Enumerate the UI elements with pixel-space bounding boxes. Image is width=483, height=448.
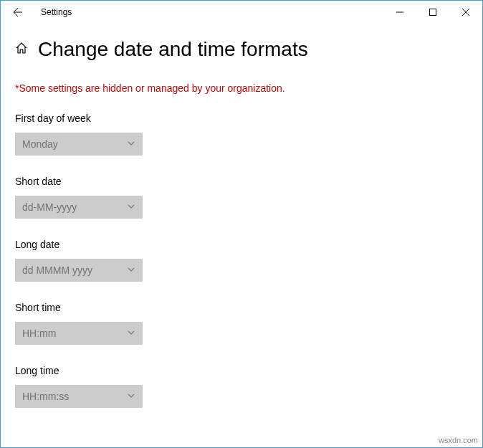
home-button[interactable] (15, 42, 28, 57)
org-warning: *Some settings are hidden or managed by … (15, 82, 468, 94)
long-date-label: Long date (15, 239, 468, 250)
maximize-button[interactable] (416, 1, 449, 24)
short-date-value: dd-MM-yyyy (22, 201, 77, 213)
long-date-value: dd MMMM yyyy (22, 264, 92, 276)
short-time-dropdown[interactable]: HH:mm (15, 322, 143, 345)
minimize-icon (396, 9, 403, 16)
short-date-dropdown[interactable]: dd-MM-yyyy (15, 196, 143, 219)
short-date-label: Short date (15, 176, 468, 187)
first-day-of-week-label: First day of week (15, 113, 468, 124)
close-button[interactable] (449, 1, 482, 24)
first-day-of-week-value: Monday (22, 138, 58, 150)
heading-row: Change date and time formats (15, 38, 468, 61)
svg-rect-0 (430, 9, 436, 16)
maximize-icon (429, 9, 436, 16)
long-date-dropdown[interactable]: dd MMMM yyyy (15, 259, 143, 282)
content-area: Change date and time formats *Some setti… (1, 24, 482, 408)
first-day-of-week-dropdown[interactable]: Monday (15, 133, 143, 156)
arrow-left-icon (12, 6, 24, 18)
window-title: Settings (41, 7, 72, 17)
long-time-dropdown[interactable]: HH:mm:ss (15, 385, 143, 408)
page-title: Change date and time formats (38, 38, 308, 61)
watermark: wsxdn.com (439, 436, 478, 444)
close-icon (462, 9, 469, 16)
chevron-down-icon (127, 201, 135, 213)
chevron-down-icon (127, 264, 135, 276)
home-icon (15, 42, 28, 54)
chevron-down-icon (127, 138, 135, 150)
short-time-value: HH:mm (22, 328, 56, 339)
minimize-button[interactable] (383, 1, 416, 24)
long-time-label: Long time (15, 365, 468, 376)
long-time-value: HH:mm:ss (22, 391, 69, 402)
titlebar: Settings (1, 1, 482, 24)
window-controls (383, 1, 482, 24)
back-button[interactable] (6, 1, 29, 24)
chevron-down-icon (127, 328, 135, 339)
chevron-down-icon (127, 391, 135, 402)
short-time-label: Short time (15, 302, 468, 313)
